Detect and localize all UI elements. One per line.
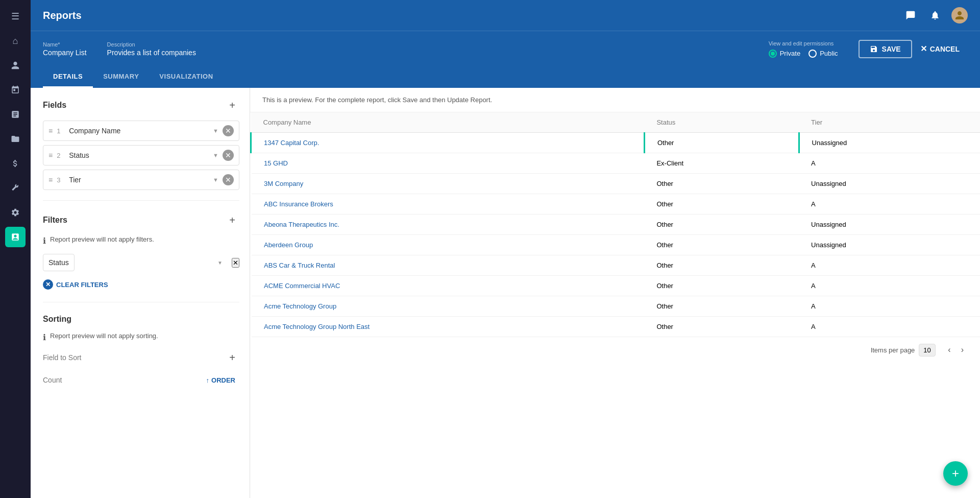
fab-add-button[interactable]: + (943, 461, 968, 486)
clear-filters-label: CLEAR FILTERS (56, 281, 108, 289)
clear-icon: ✕ (43, 279, 53, 290)
filters-title: Filters (43, 216, 67, 225)
field-select-1[interactable]: Company Name (69, 127, 209, 135)
public-radio[interactable] (808, 50, 817, 58)
tier-cell: A (799, 194, 980, 215)
nav-calendar-icon[interactable] (5, 80, 26, 100)
nav-folder-icon[interactable] (5, 129, 26, 149)
notifications-icon[interactable] (927, 7, 943, 23)
field-select-2[interactable]: Status (69, 151, 209, 159)
field-num-2: 2 (57, 152, 65, 159)
nav-reports-icon[interactable] (5, 227, 26, 247)
company-name-cell[interactable]: 1347 Capital Corp. (251, 133, 645, 153)
company-name-cell[interactable]: Acme Technology Group North East (251, 317, 645, 337)
clear-filters-button[interactable]: ✕ CLEAR FILTERS (43, 277, 108, 292)
preview-notice: This is a preview. For the complete repo… (250, 88, 980, 112)
remove-filter-button[interactable]: ✕ (232, 258, 239, 268)
tier-cell: Unassigned (799, 133, 980, 153)
user-avatar[interactable] (951, 7, 968, 23)
field-row-3: ≡ 3 Tier ▼ ✕ (43, 170, 239, 190)
tab-details[interactable]: DETAILS (43, 66, 93, 88)
preview-table: Company Name Status Tier 1347 Capital Co… (250, 112, 980, 337)
company-name-cell[interactable]: Acme Technology Group (251, 296, 645, 317)
top-bar-actions (902, 7, 968, 23)
tab-visualization[interactable]: VISUALIZATION (149, 66, 223, 88)
table-row: Abeona Therapeutics Inc.OtherUnassigned (251, 215, 981, 235)
field-row-1: ≡ 1 Company Name ▼ ✕ (43, 121, 239, 141)
table-footer: Items per page 10 25 50 ‹ › (250, 337, 980, 363)
table-row: 15 GHDEx-ClientA (251, 153, 981, 174)
status-cell: Other (644, 255, 799, 276)
field-arrow-1: ▼ (213, 128, 218, 134)
table-row: 1347 Capital Corp.OtherUnassigned (251, 133, 981, 153)
filter-select[interactable]: Status (43, 254, 75, 271)
public-option[interactable]: Public (808, 50, 838, 58)
add-filters-button[interactable]: + (225, 213, 239, 227)
report-name-group: Name* Company List (43, 41, 87, 57)
status-cell: Other (644, 133, 799, 153)
divider-2 (43, 302, 239, 302)
private-option[interactable]: Private (769, 50, 800, 58)
filters-section-header: Filters + (43, 213, 239, 227)
order-button[interactable]: ↑ ORDER (202, 373, 239, 387)
filters-info-text: Report preview will not apply filters. (50, 235, 154, 243)
company-name-cell[interactable]: ACME Commercial HVAC (251, 276, 645, 296)
company-name-cell[interactable]: 15 GHD (251, 153, 645, 174)
permissions-label: View and edit permissions (769, 40, 838, 46)
company-name-cell[interactable]: 3M Company (251, 174, 645, 194)
nav-home-icon[interactable]: ⌂ (5, 31, 26, 51)
desc-label: Description (107, 41, 196, 48)
cancel-label: CANCEL (930, 45, 960, 53)
add-sort-field-button[interactable]: + (225, 350, 239, 365)
company-name-cell[interactable]: Abeona Therapeutics Inc. (251, 215, 645, 235)
remove-field-2-button[interactable]: ✕ (223, 150, 234, 161)
items-per-page-group: Items per page 10 25 50 (871, 344, 936, 357)
chat-icon[interactable] (902, 7, 919, 23)
public-label: Public (820, 50, 838, 57)
field-num-1: 1 (57, 127, 65, 135)
prev-page-button[interactable]: ‹ (944, 343, 954, 357)
status-cell: Other (644, 296, 799, 317)
col-header-tier: Tier (799, 112, 980, 133)
nav-notes-icon[interactable] (5, 104, 26, 125)
tier-cell: A (799, 296, 980, 317)
tier-cell: Unassigned (799, 235, 980, 255)
tab-summary[interactable]: SUMMARY (93, 66, 149, 88)
app-title: Reports (43, 10, 82, 21)
name-label: Name* (43, 41, 87, 48)
nav-billing-icon[interactable] (5, 153, 26, 174)
sorting-info-banner: ℹ Report preview will not apply sorting. (43, 332, 239, 342)
table-row: Acme Technology GroupOtherA (251, 296, 981, 317)
private-label: Private (780, 50, 800, 57)
company-name-cell[interactable]: Aberdeen Group (251, 235, 645, 255)
private-radio[interactable] (769, 50, 777, 58)
nav-contacts-icon[interactable] (5, 55, 26, 76)
company-name-cell[interactable]: ABS Car & Truck Rental (251, 255, 645, 276)
body-area: Fields + ≡ 1 Company Name ▼ ✕ ≡ 2 S (31, 88, 980, 498)
table-row: Acme Technology Group North EastOtherA (251, 317, 981, 337)
divider-1 (43, 200, 239, 201)
next-page-button[interactable]: › (957, 343, 968, 357)
field-select-3[interactable]: Tier (69, 176, 209, 184)
main-content: Reports Name* Company List Description P… (31, 0, 980, 498)
add-fields-button[interactable]: + (225, 98, 239, 112)
col-header-status: Status (644, 112, 799, 133)
save-button[interactable]: SAVE (859, 40, 912, 58)
sorting-info-text: Report preview will not apply sorting. (50, 332, 158, 340)
cancel-button[interactable]: ✕ CANCEL (912, 40, 968, 58)
remove-field-3-button[interactable]: ✕ (223, 174, 234, 185)
status-cell: Other (644, 174, 799, 194)
nav-menu-icon[interactable]: ☰ (5, 6, 26, 27)
filters-info-icon: ℹ (43, 236, 46, 246)
nav-tools-icon[interactable] (5, 178, 26, 198)
items-per-page-select[interactable]: 10 25 50 (919, 344, 936, 357)
filter-select-row: Status ✕ (43, 254, 239, 271)
remove-field-1-button[interactable]: ✕ (223, 125, 234, 136)
sorting-info-icon: ℹ (43, 333, 46, 342)
tier-cell: A (799, 317, 980, 337)
nav-settings-icon[interactable] (5, 202, 26, 223)
tier-cell: A (799, 276, 980, 296)
company-name-cell[interactable]: ABC Insurance Brokers (251, 194, 645, 215)
table-row: ABS Car & Truck RentalOtherA (251, 255, 981, 276)
field-row-2: ≡ 2 Status ▼ ✕ (43, 145, 239, 165)
